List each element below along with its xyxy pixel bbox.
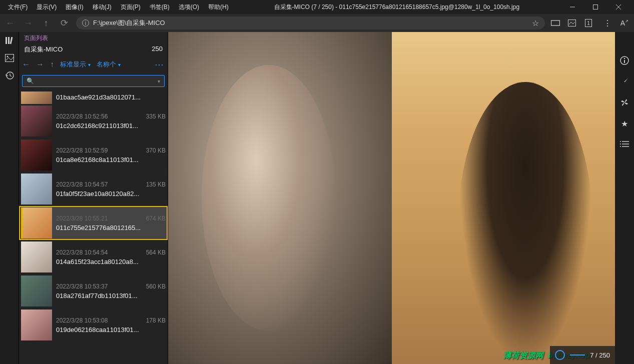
maximize-button[interactable] <box>584 0 607 14</box>
menu-view[interactable]: 显示(V) <box>33 1 61 14</box>
menu-page[interactable]: 页面(P) <box>117 1 145 14</box>
info-icon[interactable] <box>620 56 629 65</box>
file-size: 674 KB <box>146 215 166 222</box>
list-item[interactable]: 2022/3/28 10:54:54564 KB 014a615f23acc1a… <box>19 240 168 274</box>
sub-up-icon[interactable]: ↑ <box>50 60 54 69</box>
folder-count: 250 <box>152 45 163 54</box>
thumbnail <box>21 208 52 238</box>
file-date: 2022/3/28 10:54:54 <box>56 249 108 256</box>
list-item[interactable]: 2022/3/28 10:53:37560 KB 018a2761af77db1… <box>19 274 168 308</box>
thumbnail <box>21 140 52 170</box>
list-icon[interactable] <box>620 140 629 148</box>
viewer-left-page <box>168 32 392 364</box>
address-path: F:\jpexe\图\自采集-MICO <box>93 18 165 28</box>
minimize-button[interactable] <box>561 0 584 14</box>
svg-rect-1 <box>593 5 598 10</box>
file-date: 2022/3/28 10:54:57 <box>56 181 108 188</box>
picture-icon[interactable] <box>5 54 14 62</box>
toolbar: ← → ↑ ⟳ i F:\jpexe\图\自采集-MICO ☆ 1 ⋮ A↗ <box>0 14 634 32</box>
close-button[interactable] <box>607 0 630 14</box>
file-size: 560 KB <box>146 283 166 290</box>
viewer-right-page <box>392 32 615 364</box>
back-button[interactable]: ← <box>4 18 16 28</box>
bookmark-star-icon[interactable]: ☆ <box>532 18 539 28</box>
window-title: 自采集-MICO (7 / 250) - 011c755e215776a8012… <box>234 3 560 12</box>
folder-name: 自采集-MICO <box>24 45 63 54</box>
right-rail: ★ <box>615 32 634 364</box>
list-item[interactable]: 2022/3/28 10:54:57135 KB 01fa0f5f23ae10a… <box>19 172 168 206</box>
history-icon[interactable] <box>5 71 14 80</box>
image-icon[interactable] <box>568 20 579 26</box>
list-item[interactable]: 2022/3/28 10:52:59370 KB 01ca8e62168c8a1… <box>19 138 168 172</box>
menu-file[interactable]: 文件(F) <box>4 1 32 14</box>
info-icon: i <box>82 20 89 26</box>
chevron-down-icon: ▾ <box>118 62 121 68</box>
file-date: 2022/3/28 10:52:59 <box>56 147 108 154</box>
list-item[interactable]: 01baac5ae921d3a8012071... <box>19 90 168 104</box>
file-size: 370 KB <box>146 147 166 154</box>
thumbnail <box>21 242 52 272</box>
star-icon[interactable]: ★ <box>621 119 628 128</box>
menu-option[interactable]: 选项(O) <box>175 1 203 14</box>
status-bar: 7 / 250 <box>550 346 615 364</box>
more-icon[interactable]: ⋮ <box>602 18 613 28</box>
menu-image[interactable]: 图像(I) <box>62 1 87 14</box>
maximize-icon <box>593 4 598 10</box>
svg-point-23 <box>620 146 621 147</box>
up-button[interactable]: ↑ <box>40 18 52 28</box>
menu-bar: 文件(F) 显示(V) 图像(I) 移动(J) 页面(P) 书签(B) 选项(O… <box>0 0 634 14</box>
file-name: 01ca8e62168c8a11013f01... <box>56 156 166 164</box>
svg-point-12 <box>7 56 8 58</box>
list-item-selected[interactable]: 2022/3/28 10:55:21674 KB 011c755e215776a… <box>19 206 168 240</box>
file-size: 178 KB <box>146 317 166 324</box>
menu-move[interactable]: 移动(J) <box>89 1 116 14</box>
search-box[interactable]: 🔍 ▾ <box>22 75 165 87</box>
search-input[interactable] <box>37 78 158 84</box>
list-item[interactable]: 2022/3/28 10:52:56335 KB 01c2dc62168c921… <box>19 104 168 138</box>
search-icon: 🔍 <box>27 78 34 84</box>
reload-button[interactable]: ⟳ <box>58 18 70 28</box>
menu-bookmark[interactable]: 书签(B) <box>146 1 174 14</box>
library-icon[interactable] <box>5 36 14 45</box>
minimize-icon <box>570 4 575 10</box>
file-size: 335 KB <box>146 113 166 120</box>
sort-mode-dropdown[interactable]: 名称个 ▾ <box>97 60 121 69</box>
display-mode-dropdown[interactable]: 标准显示 ▾ <box>60 60 91 69</box>
sub-back-icon[interactable]: ← <box>22 60 30 69</box>
fan-icon[interactable] <box>620 98 629 107</box>
close-icon <box>616 4 621 10</box>
file-date: 2022/3/28 10:55:21 <box>56 215 108 222</box>
sidebar: 页面列表 自采集-MICO 250 ← → ↑ 标准显示 ▾ 名称个 ▾ ⋯ 🔍… <box>19 32 168 364</box>
sidebar-subtoolbar: ← → ↑ 标准显示 ▾ 名称个 ▾ ⋯ <box>19 57 168 72</box>
file-name: 018a2761af77db11013f01... <box>56 292 166 300</box>
svg-rect-16 <box>624 60 625 63</box>
svg-rect-8 <box>6 37 7 44</box>
svg-marker-17 <box>621 78 628 85</box>
svg-point-15 <box>624 58 625 59</box>
search-dropdown-icon[interactable]: ▾ <box>158 78 160 84</box>
address-bar[interactable]: i F:\jpexe\图\自采集-MICO ☆ <box>76 16 545 30</box>
image-viewer[interactable]: 薄荷资源网 bohezy.top 7 / 250 <box>168 32 615 364</box>
forward-button[interactable]: → <box>22 18 34 28</box>
single-page-icon[interactable]: 1 <box>585 19 596 27</box>
main-area: 页面列表 自采集-MICO 250 ← → ↑ 标准显示 ▾ 名称个 ▾ ⋯ 🔍… <box>0 32 634 364</box>
sub-more-icon[interactable]: ⋯ <box>155 59 165 70</box>
font-size-icon[interactable]: A↗ <box>619 19 630 27</box>
file-name: 01c2dc62168c9211013f01... <box>56 122 166 130</box>
panorama-icon[interactable] <box>551 20 562 26</box>
file-list: 01baac5ae921d3a8012071... 2022/3/28 10:5… <box>19 90 168 364</box>
folder-title-row: 自采集-MICO 250 <box>19 44 168 57</box>
svg-rect-10 <box>10 37 13 44</box>
navigate-icon[interactable] <box>620 77 629 86</box>
chevron-down-icon: ▾ <box>88 62 91 68</box>
menu-help[interactable]: 帮助(H) <box>204 1 233 14</box>
list-item[interactable]: 2022/3/28 10:53:08178 KB 019de062168caa1… <box>19 308 168 342</box>
sub-forward-icon[interactable]: → <box>36 60 44 69</box>
thumbnail <box>21 106 52 136</box>
window-controls <box>561 0 630 14</box>
file-date: 2022/3/28 10:53:37 <box>56 283 108 290</box>
file-name: 01baac5ae921d3a8012071... <box>56 94 166 101</box>
status-line-icon <box>570 354 585 356</box>
file-name: 019de062168caa11013f01... <box>56 326 166 334</box>
sidebar-header: 页面列表 <box>19 32 168 44</box>
